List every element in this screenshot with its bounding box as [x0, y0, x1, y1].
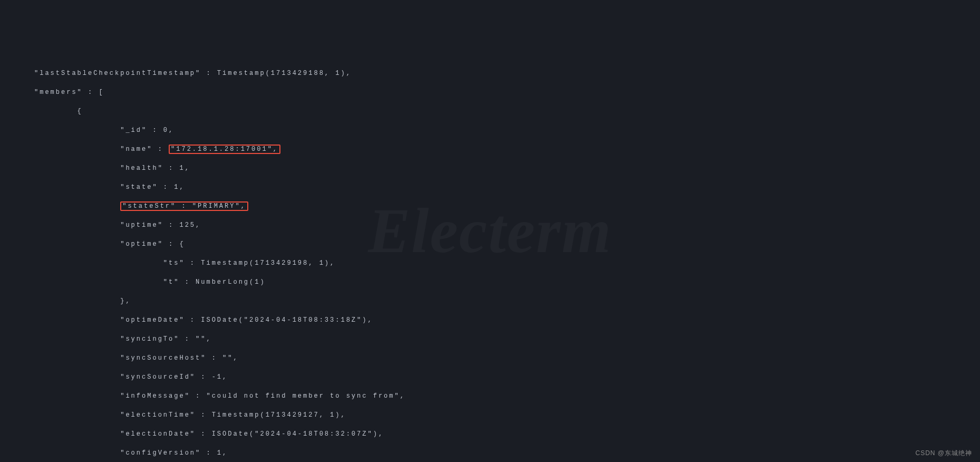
code-line: "configVersion" : 1, — [34, 448, 969, 458]
code-line: "optime" : { — [34, 239, 969, 249]
code-line: "syncSourceHost" : "", — [34, 353, 969, 363]
code-line: "syncingTo" : "", — [34, 334, 969, 344]
code-line: "name" : "172.18.1.28:17001", — [34, 145, 969, 154]
code-line: "optimeDate" : ISODate("2024-04-18T08:33… — [34, 315, 969, 325]
code-line: "members" : [ — [34, 88, 969, 97]
code-line: "health" : 1, — [34, 163, 969, 173]
code-line: "ts" : Timestamp(1713429198, 1), — [34, 258, 969, 268]
code-text — [34, 203, 120, 210]
terminal-output: "lastStableCheckpointTimestamp" : Timest… — [34, 59, 969, 462]
code-line: "state" : 1, — [34, 182, 969, 192]
code-line: { — [34, 107, 969, 116]
highlight-state-primary: "stateStr" : "PRIMARY", — [120, 201, 248, 211]
code-text: "name" : — [34, 146, 169, 153]
code-line: "syncSourceId" : -1, — [34, 372, 969, 382]
code-line: "lastStableCheckpointTimestamp" : Timest… — [34, 69, 969, 78]
code-line: "t" : NumberLong(1) — [34, 277, 969, 287]
code-line: "_id" : 0, — [34, 126, 969, 135]
code-line: }, — [34, 296, 969, 306]
code-line: "electionTime" : Timestamp(1713429127, 1… — [34, 410, 969, 420]
highlight-name-primary: "172.18.1.28:17001", — [169, 145, 280, 154]
code-line: "electionDate" : ISODate("2024-04-18T08:… — [34, 429, 969, 439]
code-line: "uptime" : 125, — [34, 220, 969, 230]
code-line: "stateStr" : "PRIMARY", — [34, 201, 969, 211]
code-line: "infoMessage" : "could not find member t… — [34, 391, 969, 401]
